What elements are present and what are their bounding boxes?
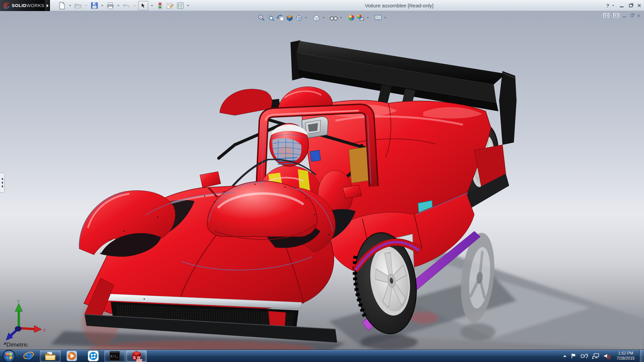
- media-player-icon: [66, 350, 77, 362]
- new-document-icon: [59, 2, 65, 9]
- ds-logo-icon: [3, 2, 10, 9]
- view-orientation-label: *Dimetric: [4, 342, 28, 348]
- options-dropdown[interactable]: [186, 1, 191, 10]
- quick-access-toolbar: [58, 0, 191, 11]
- apply-scene-dropdown[interactable]: [366, 17, 370, 18]
- help-dropdown[interactable]: [611, 1, 615, 10]
- help-button[interactable]: ?: [606, 3, 609, 8]
- taskbar-windows-explorer[interactable]: [40, 350, 61, 362]
- hide-show-items-icon: [330, 14, 338, 21]
- select-cursor-icon: [141, 3, 146, 9]
- taskbar-solidworks[interactable]: S W 2015: [126, 350, 147, 362]
- options-button[interactable]: [176, 1, 184, 10]
- new-document-button[interactable]: [58, 1, 66, 10]
- solidworks-window: SOLIDWORKS: [0, 0, 644, 362]
- zoom-to-fit-button[interactable]: [257, 14, 266, 21]
- view-orientation-icon: [295, 14, 303, 21]
- undo-dropdown[interactable]: [132, 1, 137, 10]
- graphics-viewport[interactable]: ✕: [0, 11, 644, 350]
- select-dropdown[interactable]: [150, 1, 154, 10]
- internet-explorer-icon: [23, 350, 35, 362]
- section-view-button[interactable]: [285, 14, 294, 21]
- sw-letter-s: S: [133, 356, 136, 360]
- triad-x-label: X: [43, 327, 46, 333]
- zoom-to-fit-icon: [258, 14, 265, 21]
- windows-start-icon: [2, 349, 16, 362]
- taskbar: C:\_ S W 2015: [0, 350, 644, 362]
- undo-icon: [123, 2, 130, 9]
- hide-show-items-dropdown[interactable]: [339, 17, 343, 18]
- hide-show-items-button[interactable]: [330, 14, 338, 21]
- rebuild-traffic-light-icon: [158, 2, 162, 9]
- clock-time: 1:52 PM: [617, 351, 635, 356]
- feature-manager-collapsed-tab[interactable]: [0, 173, 5, 193]
- previous-view-button[interactable]: [276, 14, 284, 21]
- view-settings-button[interactable]: [374, 14, 382, 21]
- taskbar-media-player[interactable]: [61, 350, 82, 362]
- headsup-view-toolbar: [257, 14, 387, 21]
- taskbar-clock[interactable]: 1:52 PM 7/28/2015: [615, 351, 637, 361]
- minimize-button[interactable]: [620, 6, 624, 7]
- collapse-left-pane-button[interactable]: [603, 13, 610, 18]
- clock-date: 7/28/2015: [617, 356, 635, 361]
- print-button[interactable]: [106, 1, 115, 10]
- system-tray: 1:52 PM 7/28/2015: [563, 350, 639, 362]
- restore-button[interactable]: [629, 4, 633, 7]
- start-button[interactable]: [0, 350, 18, 362]
- display-style-dropdown[interactable]: [322, 17, 325, 18]
- close-button[interactable]: ✕: [637, 3, 641, 9]
- select-cursor-button[interactable]: [138, 1, 148, 10]
- solidworks-logo: SOLIDWORKS: [0, 0, 45, 11]
- file-properties-button[interactable]: [166, 1, 174, 10]
- apply-scene-button[interactable]: [357, 14, 365, 21]
- action-center-flag-icon[interactable]: [571, 353, 577, 359]
- window-title: Voiture assomblee [Read-only]: [365, 3, 433, 8]
- display-style-button[interactable]: [312, 14, 321, 21]
- show-hidden-icons-button[interactable]: [563, 355, 567, 357]
- new-dropdown[interactable]: [68, 1, 72, 10]
- zoom-to-area-button[interactable]: [267, 14, 275, 21]
- previous-view-icon: [276, 14, 284, 21]
- view-settings-dropdown[interactable]: [383, 17, 387, 18]
- save-button[interactable]: [90, 1, 99, 10]
- collapse-right-pane-button[interactable]: [613, 13, 620, 18]
- doc-close-button[interactable]: ✕: [637, 13, 641, 18]
- undo-button[interactable]: [122, 1, 131, 10]
- cmd-prompt-text: C:\_: [111, 355, 118, 358]
- sw-badge-2015: 2015: [137, 359, 142, 362]
- save-icon: [91, 2, 98, 9]
- show-desktop-button[interactable]: [639, 350, 644, 362]
- taskbar-command-prompt[interactable]: C:\_: [104, 350, 125, 362]
- triad-y-label: Y: [17, 299, 20, 304]
- power-plug-icon[interactable]: [581, 353, 588, 359]
- brand-text: SOLIDWORKS: [12, 3, 44, 8]
- view-orientation-dropdown[interactable]: [304, 17, 308, 18]
- document-window-controls: ✕: [603, 13, 641, 18]
- menu-flyout-arrow[interactable]: [45, 0, 50, 11]
- taskbar-internet-explorer[interactable]: [18, 350, 39, 362]
- print-icon: [107, 2, 114, 9]
- rebuild-button[interactable]: [156, 1, 164, 10]
- share-app-icon: [88, 350, 99, 362]
- open-dropdown[interactable]: [84, 1, 89, 10]
- command-prompt-icon: C:\_: [109, 351, 120, 361]
- view-settings-icon: [374, 14, 382, 21]
- volume-muted-icon[interactable]: [603, 353, 611, 359]
- open-document-button[interactable]: [74, 1, 83, 10]
- taskbar-share-app[interactable]: [83, 350, 104, 362]
- edit-appearance-icon: [347, 14, 355, 21]
- solidworks-cube-icon: S W 2015: [130, 350, 142, 362]
- options-icon: [177, 2, 184, 9]
- print-dropdown[interactable]: [116, 1, 121, 10]
- reference-triad: Y X Z: [3, 299, 53, 347]
- edit-appearance-button[interactable]: [347, 14, 356, 21]
- apply-scene-icon: [357, 14, 365, 21]
- doc-minimize-button[interactable]: [623, 16, 626, 17]
- doc-restore-button[interactable]: [630, 14, 634, 17]
- file-properties-icon: [166, 2, 174, 9]
- view-orientation-button[interactable]: [295, 14, 303, 21]
- taskbar-apps: C:\_ S W 2015: [0, 350, 147, 362]
- network-icon[interactable]: [592, 353, 599, 359]
- save-dropdown[interactable]: [100, 1, 105, 10]
- model-canvas[interactable]: [0, 11, 644, 350]
